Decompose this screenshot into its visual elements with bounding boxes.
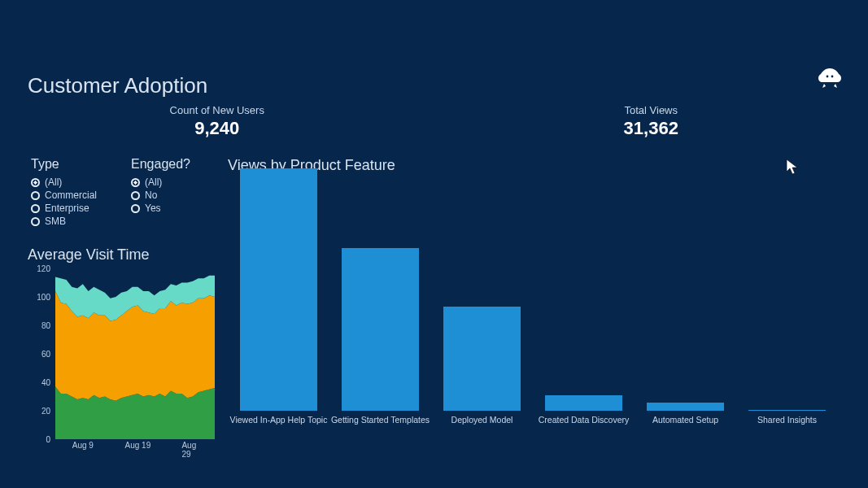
bar-x-label: Created Data Discovery	[533, 416, 635, 435]
radio-icon	[31, 204, 40, 213]
bar-x-label: Automated Setup	[635, 416, 736, 435]
y-tick-label: 80	[41, 321, 50, 330]
filter-engaged-option-label: (All)	[145, 176, 162, 188]
bar-rect[interactable]	[342, 248, 419, 411]
page-title: Customer Adoption	[28, 73, 207, 98]
filter-engaged-label: Engaged?	[131, 157, 190, 172]
radio-icon	[31, 217, 40, 226]
x-tick-label: Aug 9	[72, 441, 94, 450]
filters-panel: Type (All)CommercialEnterpriseSMB Engage…	[31, 157, 190, 229]
filter-type-option-label: (All)	[45, 176, 62, 188]
filter-type-option[interactable]: Enterprise	[31, 203, 97, 214]
y-tick-label: 100	[37, 293, 50, 302]
y-tick-label: 60	[41, 350, 50, 359]
filter-engaged-option-label: No	[145, 190, 157, 201]
filter-type-option[interactable]: Commercial	[31, 190, 97, 201]
radio-icon	[131, 178, 140, 187]
filter-type-label: Type	[31, 157, 97, 172]
x-tick-label: Aug 29	[181, 441, 203, 459]
bar-column: Deployed Model	[431, 307, 533, 435]
average-visit-time-chart[interactable]: 020406080100120 Aug 9Aug 19Aug 29	[28, 268, 215, 455]
x-tick-label: Aug 19	[125, 441, 151, 450]
bar-column: Automated Setup	[635, 403, 736, 435]
filter-type-option[interactable]: SMB	[31, 216, 97, 227]
bar-column: Created Data Discovery	[533, 395, 635, 435]
filter-engaged-option[interactable]: Yes	[131, 203, 190, 214]
bar-column: Viewed In-App Help Topic	[228, 168, 329, 435]
filter-engaged-option[interactable]: (All)	[131, 176, 190, 188]
bar-rect[interactable]	[647, 403, 724, 411]
radio-icon	[131, 191, 140, 200]
svg-point-1	[831, 76, 834, 78]
views-by-feature-chart[interactable]: Viewed In-App Help TopicGetting Started …	[228, 183, 838, 455]
kpi-new-users: Count of New Users 9,240	[0, 104, 434, 139]
bar-x-label: Getting Started Templates	[329, 416, 431, 435]
y-tick-label: 20	[41, 407, 50, 416]
bar-rect[interactable]	[748, 410, 826, 411]
filter-engaged: Engaged? (All)NoYes	[131, 157, 190, 229]
kpi-total-views: Total Views 31,362	[434, 104, 869, 139]
kpi-total-views-label: Total Views	[434, 104, 869, 116]
filter-type-option-label: Enterprise	[45, 203, 89, 214]
cursor-icon	[786, 159, 799, 179]
radio-icon	[131, 204, 140, 213]
filter-type-option[interactable]: (All)	[31, 176, 97, 188]
average-visit-time-title: Average Visit Time	[28, 246, 215, 264]
kpi-new-users-value: 9,240	[0, 118, 434, 139]
app-logo-icon	[816, 65, 844, 96]
kpi-total-views-value: 31,362	[434, 118, 869, 139]
bar-column: Shared Insights	[736, 410, 838, 435]
svg-point-0	[827, 76, 829, 78]
filter-type-option-label: Commercial	[45, 190, 97, 201]
radio-icon	[31, 178, 40, 187]
bar-x-label: Viewed In-App Help Topic	[228, 416, 329, 435]
bar-x-label: Shared Insights	[736, 416, 838, 435]
kpi-new-users-label: Count of New Users	[0, 104, 434, 116]
bar-rect[interactable]	[240, 168, 317, 411]
filter-type: Type (All)CommercialEnterpriseSMB	[31, 157, 97, 229]
average-visit-time-panel: Average Visit Time 020406080100120 Aug 9…	[28, 246, 215, 455]
y-tick-label: 0	[46, 435, 50, 444]
bar-rect[interactable]	[443, 307, 521, 411]
bar-x-label: Deployed Model	[431, 416, 533, 435]
y-tick-label: 120	[37, 264, 50, 273]
y-tick-label: 40	[41, 378, 50, 387]
filter-type-option-label: SMB	[45, 216, 66, 227]
filter-engaged-option-label: Yes	[145, 203, 161, 214]
filter-engaged-option[interactable]: No	[131, 190, 190, 201]
radio-icon	[31, 191, 40, 200]
bar-column: Getting Started Templates	[329, 248, 431, 435]
bar-rect[interactable]	[545, 395, 622, 411]
